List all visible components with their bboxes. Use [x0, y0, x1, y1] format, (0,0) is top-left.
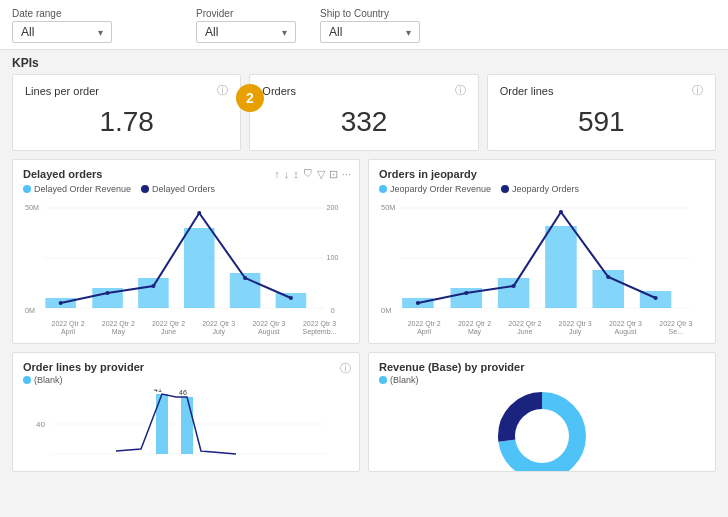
svg-text:100: 100: [327, 254, 339, 261]
svg-rect-27: [498, 278, 530, 308]
info-icon-2[interactable]: ⓘ: [692, 83, 703, 98]
chevron-down-icon-2: ▾: [282, 27, 287, 38]
provider-label: Provider: [196, 8, 296, 19]
kpi-title-orders: Orders: [262, 85, 296, 97]
kpi-row: Lines per order ⓘ 1.78 Orders ⓘ 332 Orde…: [0, 74, 728, 159]
kpi-value-orders: 332: [262, 106, 465, 138]
svg-point-31: [416, 301, 420, 305]
jeopardy-orders-x-labels: 2022 Qtr 2April 2022 Qtr 2May 2022 Qtr 2…: [379, 320, 705, 337]
date-range-select[interactable]: All ▾: [12, 21, 112, 43]
revenue-provider-chart-area[interactable]: [379, 389, 705, 472]
date-range-value: All: [21, 25, 34, 39]
provider-select[interactable]: All ▾: [196, 21, 296, 43]
jeopardy-orders-title: Orders in jeopardy: [379, 168, 705, 180]
delayed-orders-legend: Delayed Order Revenue Delayed Orders: [23, 184, 349, 194]
jeopardy-orders-legend: Jeopardy Order Revenue Jeopardy Orders: [379, 184, 705, 194]
svg-point-35: [606, 275, 610, 279]
svg-text:46: 46: [179, 389, 187, 396]
svg-rect-10: [138, 278, 169, 308]
svg-rect-41: [181, 397, 193, 454]
ship-to-country-filter: Ship to Country All ▾: [320, 8, 420, 43]
svg-text:50M: 50M: [381, 204, 395, 212]
svg-point-17: [197, 211, 201, 215]
svg-point-19: [289, 296, 293, 300]
more-icon[interactable]: ···: [342, 168, 351, 181]
kpi-card-order-lines: Order lines ⓘ 591: [487, 74, 716, 151]
svg-point-16: [151, 284, 155, 288]
date-range-label: Date range: [12, 8, 112, 19]
order-lines-provider-title: Order lines by provider: [23, 361, 349, 373]
info-icon-0[interactable]: ⓘ: [217, 83, 228, 98]
sort-asc-icon[interactable]: ↑: [274, 168, 280, 181]
jeopardy-orders-chart: Orders in jeopardy Jeopardy Order Revenu…: [368, 159, 716, 344]
svg-text:0M: 0M: [381, 307, 391, 315]
provider-value: All: [205, 25, 218, 39]
ship-to-country-select[interactable]: All ▾: [320, 21, 420, 43]
legend-item-orders: Delayed Orders: [141, 184, 215, 194]
order-lines-legend: (Blank): [23, 375, 349, 385]
sort-custom-icon[interactable]: ⛉: [303, 168, 313, 181]
svg-point-34: [559, 210, 563, 214]
revenue-provider-legend: (Blank): [379, 375, 705, 385]
svg-point-33: [512, 284, 516, 288]
legend-item-jeopardy-orders: Jeopardy Orders: [501, 184, 579, 194]
sort-both-icon[interactable]: ↕: [293, 168, 299, 181]
info-icon-1[interactable]: ⓘ: [455, 83, 466, 98]
order-lines-provider-chart-area[interactable]: 40 41 46: [23, 389, 349, 459]
bottom-charts-row: Order lines by provider ⓘ (Blank) 40 41 …: [0, 352, 728, 480]
svg-rect-13: [276, 293, 307, 308]
svg-text:41: 41: [154, 389, 162, 393]
svg-point-15: [106, 291, 110, 295]
chevron-down-icon-3: ▾: [406, 27, 411, 38]
order-lines-provider-chart: Order lines by provider ⓘ (Blank) 40 41 …: [12, 352, 360, 472]
chevron-down-icon: ▾: [98, 27, 103, 38]
svg-point-36: [653, 296, 657, 300]
svg-text:40: 40: [36, 420, 45, 429]
expand-icon[interactable]: ⊡: [329, 168, 338, 181]
filter-icon[interactable]: ▽: [317, 168, 325, 181]
ship-to-country-label: Ship to Country: [320, 8, 420, 19]
delayed-orders-x-labels: 2022 Qtr 2April 2022 Qtr 2May 2022 Qtr 2…: [23, 320, 349, 337]
info-icon-order-lines[interactable]: ⓘ: [340, 361, 351, 376]
svg-point-32: [464, 291, 468, 295]
kpi-value-lines-per-order: 1.78: [25, 106, 228, 138]
kpi-title-lines-per-order: Lines per order: [25, 85, 99, 97]
svg-point-18: [243, 276, 247, 280]
kpi-title-order-lines: Order lines: [500, 85, 554, 97]
main-charts-row: Delayed orders ↑ ↓ ↕ ⛉ ▽ ⊡ ··· Delayed O…: [0, 159, 728, 352]
kpi-card-lines-per-order: Lines per order ⓘ 1.78: [12, 74, 241, 151]
svg-text:50M: 50M: [25, 204, 39, 211]
provider-filter: Provider All ▾: [196, 8, 296, 43]
ship-to-country-value: All: [329, 25, 342, 39]
svg-text:200: 200: [327, 204, 339, 211]
sort-desc-icon[interactable]: ↓: [284, 168, 290, 181]
jeopardy-orders-chart-area[interactable]: 50M 0M: [379, 198, 705, 318]
kpi-value-order-lines: 591: [500, 106, 703, 138]
svg-point-46: [515, 409, 569, 463]
legend-item-revenue: Delayed Order Revenue: [23, 184, 131, 194]
svg-point-14: [59, 301, 63, 305]
delayed-orders-chart-area[interactable]: 50M 0M 200 100 0: [23, 198, 349, 318]
date-range-filter: Date range All ▾: [12, 8, 112, 43]
svg-rect-28: [545, 226, 577, 308]
kpi-card-orders: Orders ⓘ 332: [249, 74, 478, 151]
svg-rect-11: [184, 228, 215, 308]
svg-text:0: 0: [331, 307, 335, 314]
step-badge-2: 2: [236, 84, 264, 112]
legend-item-jeopardy-revenue: Jeopardy Order Revenue: [379, 184, 491, 194]
chart-toolbar: ↑ ↓ ↕ ⛉ ▽ ⊡ ···: [274, 168, 351, 181]
kpis-section-label: KPIs: [0, 50, 728, 74]
revenue-provider-title: Revenue (Base) by provider: [379, 361, 705, 373]
svg-text:0M: 0M: [25, 307, 35, 314]
filter-bar: Date range All ▾ Provider All ▾ Ship to …: [0, 0, 728, 50]
delayed-orders-chart: Delayed orders ↑ ↓ ↕ ⛉ ▽ ⊡ ··· Delayed O…: [12, 159, 360, 344]
revenue-provider-chart: Revenue (Base) by provider (Blank): [368, 352, 716, 472]
